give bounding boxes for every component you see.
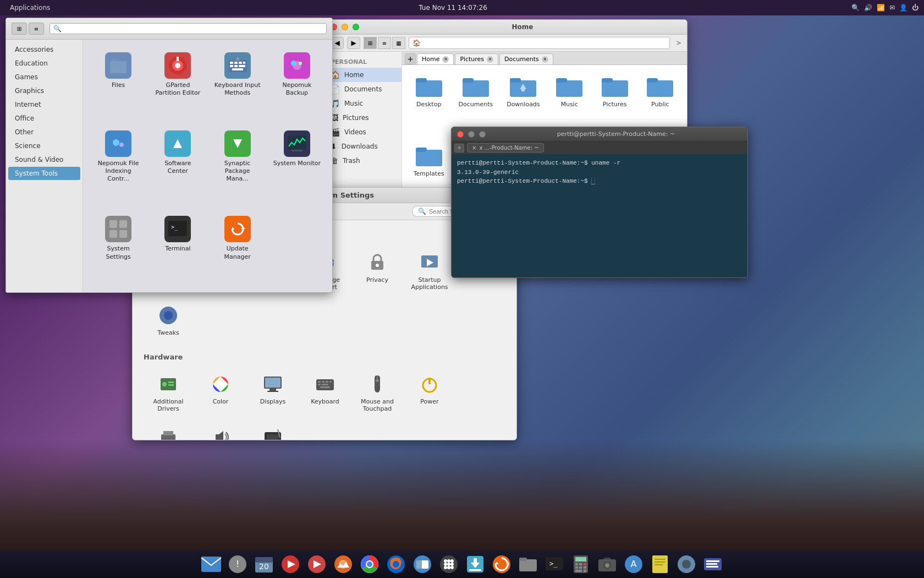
taskbar-finder[interactable] (410, 552, 435, 576)
folder-downloads[interactable]: Downloads (504, 73, 542, 134)
list-view-button[interactable]: ≡ (29, 23, 44, 35)
search-icon[interactable]: 🔍 (851, 4, 860, 12)
sidebar-item-office[interactable]: Office (8, 112, 80, 125)
folder-documents[interactable]: Documents (455, 73, 496, 134)
terminal-content[interactable]: pertti@pertti-System-Product-Name:~$ una… (452, 154, 747, 277)
settings-icon-privacy[interactable]: Privacy (353, 246, 402, 296)
settings-icon-drivers[interactable]: Additional Drivers (144, 368, 193, 418)
taskbar-terminal[interactable]: >_ (542, 552, 566, 576)
svg-rect-152 (469, 569, 481, 571)
downloads-label: Downloads (507, 101, 540, 108)
launcher-search-box[interactable]: 🔍 (50, 23, 327, 34)
close-tab-documents[interactable]: × (542, 56, 548, 63)
app-icon-system-monitor[interactable]: System Monitor (270, 126, 324, 206)
taskbar-settings[interactable] (674, 552, 698, 576)
taskbar-launchpad[interactable] (437, 552, 461, 576)
icon-view-button[interactable]: ⊞ (364, 37, 377, 49)
add-tab-button[interactable]: + (454, 144, 464, 152)
tab-home[interactable]: Home × (417, 53, 454, 64)
sidebar-home[interactable]: 🏠 Home (325, 68, 402, 82)
list-view-button[interactable]: ≡ (378, 37, 391, 49)
taskbar-photos[interactable] (331, 552, 355, 576)
app-icon-keyboard[interactable]: あ Keyboard Input Methods (211, 48, 265, 121)
terminal-max[interactable] (479, 131, 486, 138)
terminal-tab[interactable]: × x ...-Product-Name: ~ (467, 143, 544, 152)
taskbar-calendar[interactable]: 20 (252, 552, 276, 576)
sidebar-item-education[interactable]: Education (8, 57, 80, 70)
settings-icon-mouse[interactable]: Mouse and Touchpad (353, 368, 402, 418)
sidebar-item-games[interactable]: Games (8, 70, 80, 84)
settings-icon-sound[interactable]: Sound (196, 421, 245, 440)
sidebar-videos[interactable]: 🎬 Videos (325, 125, 402, 139)
add-tab-button[interactable]: + (405, 53, 416, 64)
maximize-button[interactable] (353, 24, 359, 30)
address-bar[interactable]: 🏠 (409, 37, 670, 49)
settings-icon-startup[interactable]: Startup Applications (405, 246, 454, 296)
taskbar-calculator[interactable] (569, 552, 593, 576)
folder-desktop[interactable]: Desktop (410, 73, 447, 134)
settings-icon-color[interactable]: Color (196, 368, 245, 418)
taskbar-firefox[interactable] (384, 552, 408, 576)
app-icon-gparted[interactable]: GParted Partition Editor (151, 48, 205, 121)
forward-button[interactable]: ▶ (347, 37, 360, 49)
volume-icon[interactable]: 🔊 (864, 4, 872, 12)
folder-music[interactable]: Music (551, 73, 588, 134)
sidebar-item-internet[interactable]: Internet (8, 98, 80, 111)
search-input[interactable] (64, 25, 323, 32)
app-icon-system-settings[interactable]: System Settings (91, 211, 145, 284)
sidebar-downloads[interactable]: ⬇ Downloads (325, 139, 402, 154)
sidebar-item-sound-video[interactable]: Sound & Video (8, 153, 80, 166)
sidebar-item-other[interactable]: Other (8, 126, 80, 139)
taskbar-update[interactable] (490, 552, 514, 576)
folder-public[interactable]: Public (642, 73, 679, 134)
user-icon[interactable]: 👤 (899, 4, 908, 12)
settings-icon-tweaks[interactable]: Tweaks (144, 299, 193, 342)
taskbar-media[interactable] (305, 552, 329, 576)
applications-menu[interactable]: Applications (6, 3, 54, 13)
terminal-close[interactable] (457, 131, 464, 138)
system-settings-icon (105, 216, 131, 242)
taskbar-messages[interactable]: ! (226, 552, 250, 576)
app-icon-terminal[interactable]: >_ Terminal (151, 211, 205, 284)
close-tab-home[interactable]: × (442, 56, 449, 63)
taskbar-download[interactable] (463, 552, 487, 576)
app-icon-nepomuk-index[interactable]: Nepomuk File Indexing Contr... (91, 126, 145, 206)
sidebar-trash[interactable]: 🗑 Trash (325, 154, 402, 168)
settings-icon-displays[interactable]: Displays (248, 368, 298, 418)
settings-icon-wacom[interactable]: Wacom Graphics Tablet (248, 421, 298, 440)
settings-icon-power[interactable]: Power (405, 368, 454, 418)
taskbar-camera[interactable] (595, 552, 619, 576)
mail-icon[interactable]: ✉ (889, 4, 895, 12)
column-view-button[interactable]: ▦ (392, 37, 405, 49)
taskbar-appstore[interactable]: A (622, 552, 646, 576)
tab-documents[interactable]: Documents × (499, 53, 553, 64)
folder-pictures[interactable]: Pictures (596, 73, 633, 134)
sidebar-documents[interactable]: 📄 Documents (325, 82, 402, 96)
sidebar-item-graphics[interactable]: Graphics (8, 84, 80, 97)
tab-pictures[interactable]: Pictures × (455, 53, 498, 64)
app-icon-nepomuk-backup[interactable]: Nepomuk Backup (270, 48, 324, 121)
app-icon-synaptic[interactable]: Synaptic Package Mana... (211, 126, 265, 206)
taskbar-chrome[interactable] (358, 552, 382, 576)
taskbar-file-manager[interactable] (516, 552, 540, 576)
taskbar-notes[interactable] (648, 552, 672, 576)
app-icon-files[interactable]: Files (91, 48, 145, 121)
wifi-icon[interactable]: 📶 (877, 4, 885, 12)
taskbar-dock[interactable] (701, 552, 725, 576)
sidebar-item-accessories[interactable]: Accessories (8, 43, 80, 56)
settings-icon-printers[interactable]: Printers (144, 421, 193, 440)
minimize-button[interactable] (342, 24, 348, 30)
app-icon-software-center[interactable]: Software Center (151, 126, 205, 206)
sidebar-item-system-tools[interactable]: System Tools (8, 167, 80, 180)
settings-icon-keyboard[interactable]: Keyboard (300, 368, 350, 418)
sidebar-item-science[interactable]: Science (8, 139, 80, 152)
power-icon[interactable]: ⏻ (912, 4, 919, 12)
app-icon-update-manager[interactable]: Update Manager (211, 211, 265, 284)
sidebar-pictures[interactable]: 🖼 Pictures (325, 111, 402, 125)
taskbar-music[interactable] (278, 552, 302, 576)
close-tab-pictures[interactable]: × (487, 56, 493, 63)
taskbar-mail[interactable] (199, 552, 223, 576)
grid-view-button[interactable]: ⊞ (12, 23, 27, 35)
sidebar-music[interactable]: 🎵 Music (325, 96, 402, 111)
terminal-min[interactable] (468, 131, 475, 138)
